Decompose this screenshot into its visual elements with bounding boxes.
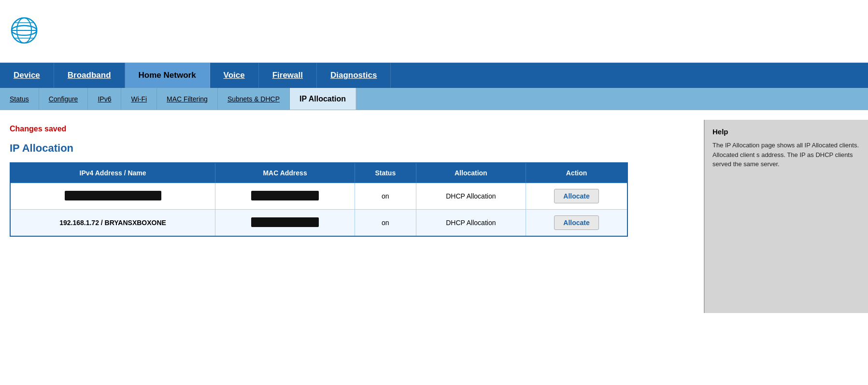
redacted-ipv4-1 (65, 191, 161, 200)
subnav-configure[interactable]: Configure (39, 88, 88, 110)
nav-diagnostics[interactable]: Diagnostics (317, 63, 391, 88)
table-row: 192.168.1.72 / BRYANSXBOXONE on DHCP All… (10, 210, 627, 237)
cell-mac-2 (215, 210, 355, 237)
nav-home-network[interactable]: Home Network (125, 63, 210, 88)
nav-broadband[interactable]: Broadband (54, 63, 125, 88)
cell-status-1: on (355, 183, 416, 210)
col-header-mac: MAC Address (215, 163, 355, 183)
redacted-mac-2 (251, 217, 319, 227)
page-title: IP Allocation (10, 142, 694, 155)
help-title: Help (712, 128, 860, 136)
allocate-button-2[interactable]: Allocate (554, 215, 598, 230)
changes-saved-message: Changes saved (10, 125, 694, 133)
col-header-allocation: Allocation (416, 163, 526, 183)
redacted-mac-1 (251, 191, 319, 200)
subnav-mac-filtering[interactable]: MAC Filtering (157, 88, 218, 110)
cell-status-2: on (355, 210, 416, 237)
allocate-button-1[interactable]: Allocate (554, 189, 598, 203)
table-row: on DHCP Allocation Allocate (10, 183, 627, 210)
help-panel: Help The IP Allocation page shows all IP… (704, 120, 868, 313)
nav-device[interactable]: Device (0, 63, 54, 88)
ip-allocation-table: IPv4 Address / Name MAC Address Status A… (10, 162, 628, 237)
cell-allocation-2: DHCP Allocation (416, 210, 526, 237)
att-logo (10, 16, 39, 46)
subnav-wifi[interactable]: Wi-Fi (121, 88, 157, 110)
cell-ipv4-2: 192.168.1.72 / BRYANSXBOXONE (10, 210, 215, 237)
cell-action-1: Allocate (526, 183, 627, 210)
cell-action-2: Allocate (526, 210, 627, 237)
nav-firewall[interactable]: Firewall (259, 63, 317, 88)
primary-nav: Device Broadband Home Network Voice Fire… (0, 63, 868, 88)
subnav-ip-allocation[interactable]: IP Allocation (290, 88, 356, 110)
help-text: The IP Allocation page shows all IP Allo… (712, 141, 860, 169)
cell-allocation-1: DHCP Allocation (416, 183, 526, 210)
col-header-action: Action (526, 163, 627, 183)
col-header-status: Status (355, 163, 416, 183)
cell-mac-1 (215, 183, 355, 210)
header (0, 0, 868, 63)
subnav-status[interactable]: Status (0, 88, 39, 110)
subnav-ipv6[interactable]: IPv6 (88, 88, 121, 110)
secondary-nav: Status Configure IPv6 Wi-Fi MAC Filterin… (0, 88, 868, 110)
content-area: Changes saved IP Allocation IPv4 Address… (0, 120, 704, 313)
col-header-ipv4: IPv4 Address / Name (10, 163, 215, 183)
main-content: Changes saved IP Allocation IPv4 Address… (0, 110, 868, 313)
nav-voice[interactable]: Voice (210, 63, 259, 88)
cell-ipv4-1 (10, 183, 215, 210)
subnav-subnets-dhcp[interactable]: Subnets & DHCP (218, 88, 290, 110)
